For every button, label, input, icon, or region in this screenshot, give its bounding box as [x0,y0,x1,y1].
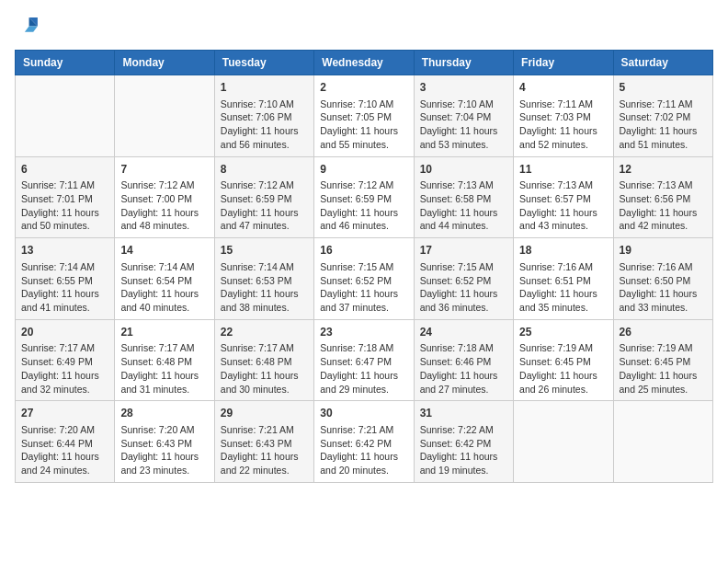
calendar-cell: 10Sunrise: 7:13 AM Sunset: 6:58 PM Dayli… [414,156,513,238]
day-info: Sunrise: 7:21 AM Sunset: 6:42 PM Dayligh… [320,423,407,477]
calendar-cell: 24Sunrise: 7:18 AM Sunset: 6:46 PM Dayli… [414,319,513,401]
day-info: Sunrise: 7:10 AM Sunset: 7:06 PM Dayligh… [221,98,308,152]
day-number: 20 [21,325,108,340]
day-number: 25 [519,325,607,340]
calendar-cell: 7Sunrise: 7:12 AM Sunset: 7:00 PM Daylig… [115,156,214,238]
calendar-cell: 26Sunrise: 7:19 AM Sunset: 6:45 PM Dayli… [613,319,712,401]
calendar-cell [16,75,115,157]
calendar-cell: 2Sunrise: 7:10 AM Sunset: 7:05 PM Daylig… [314,75,414,157]
day-number: 5 [620,80,707,96]
calendar-week-row: 6Sunrise: 7:11 AM Sunset: 7:01 PM Daylig… [16,156,713,238]
calendar-cell: 25Sunrise: 7:19 AM Sunset: 6:45 PM Dayli… [514,319,613,401]
day-info: Sunrise: 7:12 AM Sunset: 6:59 PM Dayligh… [320,178,407,233]
calendar-day-header: Friday [514,51,613,75]
day-number: 7 [120,162,208,178]
day-number: 21 [120,325,208,340]
calendar-cell: 31Sunrise: 7:22 AM Sunset: 6:42 PM Dayli… [414,401,513,483]
day-info: Sunrise: 7:11 AM Sunset: 7:01 PM Dayligh… [21,178,108,233]
calendar-week-row: 13Sunrise: 7:14 AM Sunset: 6:55 PM Dayli… [16,238,713,320]
day-number: 28 [120,406,208,421]
day-number: 15 [221,243,308,259]
calendar-cell: 8Sunrise: 7:12 AM Sunset: 6:59 PM Daylig… [214,156,313,238]
calendar-cell: 22Sunrise: 7:17 AM Sunset: 6:48 PM Dayli… [214,319,313,401]
day-number: 2 [320,80,407,96]
calendar-cell: 23Sunrise: 7:18 AM Sunset: 6:47 PM Dayli… [314,319,414,401]
calendar-header-row: SundayMondayTuesdayWednesdayThursdayFrid… [16,51,713,75]
day-info: Sunrise: 7:16 AM Sunset: 6:50 PM Dayligh… [620,260,707,315]
calendar-cell: 21Sunrise: 7:17 AM Sunset: 6:48 PM Dayli… [115,319,214,401]
day-info: Sunrise: 7:11 AM Sunset: 7:03 PM Dayligh… [519,98,607,152]
calendar-cell: 17Sunrise: 7:15 AM Sunset: 6:52 PM Dayli… [414,238,513,320]
day-number: 8 [221,162,308,178]
calendar-week-row: 20Sunrise: 7:17 AM Sunset: 6:49 PM Dayli… [16,319,713,401]
day-info: Sunrise: 7:21 AM Sunset: 6:43 PM Dayligh… [221,423,308,477]
day-number: 4 [519,80,607,96]
day-info: Sunrise: 7:18 AM Sunset: 6:46 PM Dayligh… [420,341,507,396]
calendar-cell [115,75,214,157]
day-number: 6 [21,162,108,178]
day-info: Sunrise: 7:15 AM Sunset: 6:52 PM Dayligh… [420,260,507,315]
calendar-cell [514,401,613,483]
calendar-cell: 13Sunrise: 7:14 AM Sunset: 6:55 PM Dayli… [16,238,115,320]
calendar-day-header: Thursday [414,51,513,75]
day-number: 26 [620,325,707,340]
day-info: Sunrise: 7:22 AM Sunset: 6:42 PM Dayligh… [420,423,507,477]
day-info: Sunrise: 7:19 AM Sunset: 6:45 PM Dayligh… [519,341,607,396]
svg-marker-2 [25,26,38,31]
day-info: Sunrise: 7:10 AM Sunset: 7:04 PM Dayligh… [420,98,507,152]
day-info: Sunrise: 7:16 AM Sunset: 6:51 PM Dayligh… [519,260,607,315]
calendar-cell: 18Sunrise: 7:16 AM Sunset: 6:51 PM Dayli… [514,238,613,320]
day-number: 9 [320,162,407,178]
day-number: 17 [420,243,507,259]
day-number: 1 [221,80,308,96]
calendar-cell [613,401,712,483]
day-info: Sunrise: 7:14 AM Sunset: 6:54 PM Dayligh… [120,260,208,315]
day-number: 24 [420,325,507,340]
day-info: Sunrise: 7:12 AM Sunset: 7:00 PM Dayligh… [120,178,208,233]
calendar-cell: 29Sunrise: 7:21 AM Sunset: 6:43 PM Dayli… [214,401,313,483]
day-number: 23 [320,325,407,340]
calendar-cell: 4Sunrise: 7:11 AM Sunset: 7:03 PM Daylig… [514,75,613,157]
day-number: 18 [519,243,607,259]
calendar-day-header: Saturday [613,51,712,75]
day-info: Sunrise: 7:12 AM Sunset: 6:59 PM Dayligh… [221,178,308,233]
day-info: Sunrise: 7:14 AM Sunset: 6:53 PM Dayligh… [221,260,308,315]
calendar-table: SundayMondayTuesdayWednesdayThursdayFrid… [15,50,713,483]
day-info: Sunrise: 7:14 AM Sunset: 6:55 PM Dayligh… [21,260,108,315]
day-number: 10 [420,162,507,178]
day-info: Sunrise: 7:19 AM Sunset: 6:45 PM Dayligh… [620,341,707,396]
page-header [15,15,713,40]
day-info: Sunrise: 7:17 AM Sunset: 6:48 PM Dayligh… [120,341,208,396]
calendar-day-header: Monday [115,51,214,75]
day-number: 31 [420,406,507,421]
calendar-cell: 11Sunrise: 7:13 AM Sunset: 6:57 PM Dayli… [514,156,613,238]
day-info: Sunrise: 7:13 AM Sunset: 6:56 PM Dayligh… [620,178,707,233]
calendar-cell: 12Sunrise: 7:13 AM Sunset: 6:56 PM Dayli… [613,156,712,238]
calendar-day-header: Wednesday [314,51,414,75]
day-number: 14 [120,243,208,259]
day-number: 11 [519,162,607,178]
calendar-cell: 6Sunrise: 7:11 AM Sunset: 7:01 PM Daylig… [16,156,115,238]
calendar-cell: 27Sunrise: 7:20 AM Sunset: 6:44 PM Dayli… [16,401,115,483]
calendar-day-header: Tuesday [214,51,313,75]
day-number: 22 [221,325,308,340]
calendar-day-header: Sunday [16,51,115,75]
day-info: Sunrise: 7:20 AM Sunset: 6:43 PM Dayligh… [120,423,208,477]
calendar-week-row: 1Sunrise: 7:10 AM Sunset: 7:06 PM Daylig… [16,75,713,157]
day-number: 19 [620,243,707,259]
calendar-cell: 5Sunrise: 7:11 AM Sunset: 7:02 PM Daylig… [613,75,712,157]
logo [15,15,44,40]
calendar-cell: 30Sunrise: 7:21 AM Sunset: 6:42 PM Dayli… [314,401,414,483]
day-info: Sunrise: 7:10 AM Sunset: 7:05 PM Dayligh… [320,98,407,152]
day-info: Sunrise: 7:13 AM Sunset: 6:57 PM Dayligh… [519,178,607,233]
day-info: Sunrise: 7:17 AM Sunset: 6:49 PM Dayligh… [21,341,108,396]
page-container: SundayMondayTuesdayWednesdayThursdayFrid… [0,0,728,494]
day-number: 3 [420,80,507,96]
calendar-week-row: 27Sunrise: 7:20 AM Sunset: 6:44 PM Dayli… [16,401,713,483]
calendar-cell: 28Sunrise: 7:20 AM Sunset: 6:43 PM Dayli… [115,401,214,483]
day-info: Sunrise: 7:15 AM Sunset: 6:52 PM Dayligh… [320,260,407,315]
calendar-cell: 3Sunrise: 7:10 AM Sunset: 7:04 PM Daylig… [414,75,513,157]
day-number: 27 [21,406,108,421]
day-info: Sunrise: 7:20 AM Sunset: 6:44 PM Dayligh… [21,423,108,477]
calendar-cell: 19Sunrise: 7:16 AM Sunset: 6:50 PM Dayli… [613,238,712,320]
